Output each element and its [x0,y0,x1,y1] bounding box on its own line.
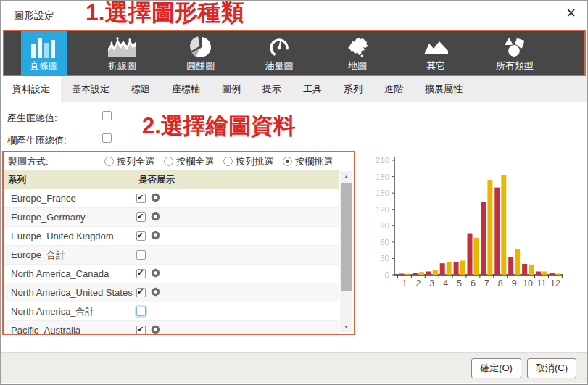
all-types-type-item[interactable]: 所有類型 [476,31,554,75]
line-chart-type-item[interactable]: 折線圖 [83,31,161,75]
series-name-cell: Europe_合計 [4,249,136,262]
series-show-cell [136,307,146,316]
show-checkbox[interactable] [136,250,146,260]
series-show-cell [136,211,161,224]
ok-button[interactable]: 確定(O) [471,358,521,378]
series-show-cell [136,250,146,260]
series-name-cell: Europe_France [4,193,136,204]
svg-text:3: 3 [429,278,434,289]
scroll-down-icon[interactable]: ▼ [340,321,352,332]
plot-data-panel: 製圖方式: 按列全選按欄全選按列挑選按欄挑選 系列 是否展示 Europe_Fr… [2,151,355,335]
map-chart-icon [344,35,370,59]
chart-type-toolbar: 直條圖折線圖圓餅圖油量圖地圖其它所有類型 [3,30,586,76]
series-show-cell [136,192,161,205]
plot-method-radio[interactable]: 按列挑選 [223,155,273,168]
series-name-cell: Europe_United Kingdom [4,231,136,241]
series-show-cell [136,230,161,243]
radio-icon [223,157,233,166]
title-bar: 圖形設定 1.選擇圖形種類 × [1,1,587,30]
tab-item[interactable]: 圖例 [211,76,252,102]
show-checkbox[interactable] [136,231,146,241]
plot-method-radio-group: 按列全選按欄全選按列挑選按欄挑選 [104,155,333,168]
radio-icon [283,157,292,166]
series-table: 系列 是否展示 Europe_FranceEurope_GermanyEurop… [4,170,339,335]
svg-text:2: 2 [415,278,421,289]
table-row: North America_Canada [4,265,339,283]
cancel-button[interactable]: 取消(C) [527,358,576,378]
svg-text:12: 12 [550,278,560,289]
table-row: Pacific_Australia [4,321,339,335]
other-chart-type-item[interactable]: 其它 [397,31,475,75]
bar-chart-type-item[interactable]: 直條圖 [4,31,83,75]
table-scrollbar[interactable]: ▲ ▼ [340,171,352,332]
show-checkbox[interactable] [136,269,146,278]
tab-item[interactable]: 基本設定 [61,76,120,102]
map-chart-type-item[interactable]: 地圖 [318,31,397,75]
scroll-up-icon[interactable]: ▲ [340,171,352,182]
annotation-step2: 2.選擇繪圖資料 [142,111,296,141]
svg-text:0: 0 [385,270,389,279]
plot-method-row: 製圖方式: 按列全選按欄全選按列挑選按欄挑選 [4,152,354,170]
svg-text:8: 8 [498,278,503,289]
gear-icon[interactable] [150,192,161,205]
plot-method-radio[interactable]: 按欄全選 [164,155,214,168]
svg-text:10: 10 [523,278,533,289]
tab-item[interactable]: 提示 [252,76,292,102]
show-checkbox[interactable] [136,288,146,297]
scrollbar-thumb[interactable] [341,183,352,291]
series-table-header: 系列 是否展示 [4,170,339,189]
svg-text:210: 210 [376,156,389,165]
radio-icon [104,157,114,166]
table-row: Europe_United Kingdom [4,227,339,246]
gear-icon[interactable] [150,211,161,224]
chart-type-label: 油量圖 [265,60,293,71]
table-row: North America_合計 [4,302,339,321]
gear-icon[interactable] [150,286,161,299]
svg-text:4: 4 [443,278,448,289]
chart-type-label: 其它 [427,60,446,71]
footer-bar: 確定(O) 取消(C) [1,352,587,383]
pie-chart-type-item[interactable]: 圓餅圖 [162,31,240,75]
other-chart-icon [423,35,450,59]
series-show-cell [136,268,161,281]
generate-total-checkbox[interactable] [102,111,112,120]
svg-text:150: 150 [376,189,389,197]
tab-item[interactable]: 資料設定 [1,76,61,102]
pie-chart-icon [189,35,212,59]
line-chart-icon [107,35,136,59]
table-row: North America_United States [4,283,339,302]
plot-method-radio[interactable]: 按列全選 [104,155,154,168]
column-generate-total-checkbox[interactable] [102,133,112,143]
bar-chart-icon [30,35,57,59]
tab-item[interactable]: 進階 [373,76,414,102]
table-row: Europe_合計 [4,246,339,265]
chart-type-label: 折線圖 [108,60,136,71]
chart-type-label: 圓餅圖 [186,60,215,71]
plot-method-radio[interactable]: 按欄挑選 [283,155,333,168]
tab-item[interactable]: 系列 [333,76,373,102]
radio-label: 按欄挑選 [295,155,333,168]
series-name-cell: Pacific_Australia [4,325,136,335]
gauge-chart-type-item[interactable]: 油量圖 [240,31,318,75]
chart-type-label: 所有類型 [496,60,534,71]
show-checkbox[interactable] [136,307,146,316]
svg-text:30: 30 [380,254,389,262]
table-row: Europe_France [4,189,339,208]
gear-icon[interactable] [150,324,161,336]
show-checkbox[interactable] [136,326,146,335]
chart-type-label: 直條圖 [30,60,58,71]
tab-item[interactable]: 工具 [292,76,333,102]
show-checkbox[interactable] [136,212,146,222]
gear-icon[interactable] [150,268,161,281]
tab-item[interactable]: 擴展屬性 [414,76,473,102]
svg-text:6: 6 [471,278,476,289]
tab-item[interactable]: 座標軸 [161,76,211,102]
gauge-chart-icon [268,35,291,59]
gear-icon[interactable] [150,230,161,243]
generate-total-label: 產生匯總值: [7,112,57,125]
annotation-step1: 1.選擇圖形種類 [86,0,244,29]
close-icon[interactable]: × [566,5,576,21]
series-name-cell: North America_United States [4,287,136,298]
tab-item[interactable]: 標題 [120,76,161,102]
show-checkbox[interactable] [136,194,146,203]
